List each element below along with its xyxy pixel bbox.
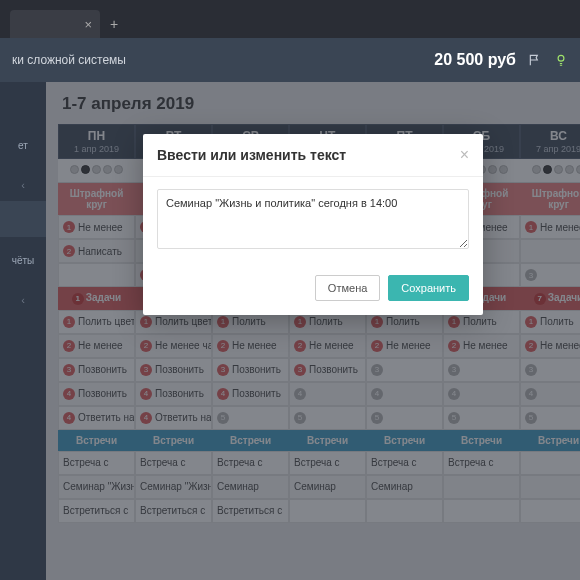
edit-text-modal: Ввести или изменить текст × Отмена Сохра…: [143, 134, 483, 315]
sidebar-item-active[interactable]: [0, 201, 46, 237]
calendar-content: 1-7 апреля 2019 ПН1 апр 2019ВТ2 апр 2019…: [46, 82, 580, 580]
modal-textarea[interactable]: [157, 189, 469, 249]
svg-point-0: [558, 55, 564, 61]
close-icon[interactable]: ×: [460, 146, 469, 164]
modal-title: Ввести или изменить текст: [157, 147, 346, 163]
sidebar-item-reports[interactable]: чёты: [0, 237, 46, 284]
chevron-left-icon[interactable]: ‹: [0, 169, 46, 201]
app-bar: ки сложной системы 20 500 руб: [0, 38, 580, 82]
chevron-left-icon[interactable]: ‹: [0, 284, 46, 316]
close-icon[interactable]: ×: [84, 17, 92, 32]
sidebar-item-0[interactable]: ет: [0, 122, 46, 169]
cancel-button[interactable]: Отмена: [315, 275, 380, 301]
modal-overlay[interactable]: Ввести или изменить текст × Отмена Сохра…: [46, 82, 580, 580]
lightbulb-icon[interactable]: [554, 53, 568, 67]
save-button[interactable]: Сохранить: [388, 275, 469, 301]
flag-icon[interactable]: [528, 53, 542, 67]
browser-tabstrip: × +: [0, 0, 580, 38]
browser-tab[interactable]: ×: [10, 10, 100, 38]
balance-amount: 20 500 руб: [434, 51, 516, 69]
breadcrumb: ки сложной системы: [12, 53, 126, 67]
newtab-button[interactable]: +: [100, 16, 128, 38]
sidebar: ет ‹ чёты ‹: [0, 82, 46, 580]
